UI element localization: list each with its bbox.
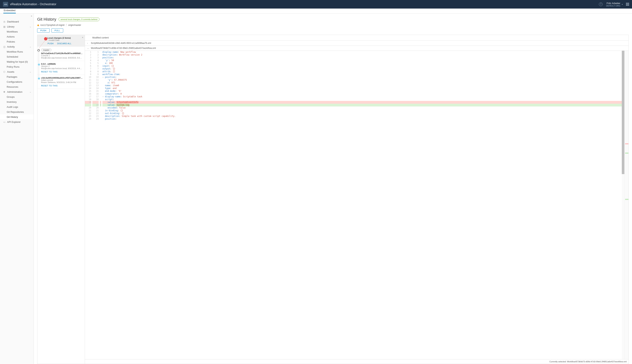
commit-meta: Rosen Stefanov, 9/3/2019, 3:49:24 PM bbox=[41, 81, 83, 84]
nav-label: Activity bbox=[7, 45, 15, 48]
nav-workflow-runs[interactable]: Workflow Runs bbox=[0, 49, 34, 54]
context-tabs: Embedded bbox=[0, 8, 632, 14]
header-right: ? Fritz Arbeiter DEFAULT-ORG ▾ bbox=[599, 2, 629, 7]
commit-hash: c32c3a305104936ba923cef507a28e23897fd... bbox=[41, 77, 83, 79]
local-push-link[interactable]: PUSH bbox=[48, 42, 54, 44]
status-badge: several local changes, 0 commits behind bbox=[58, 18, 100, 21]
commit-item[interactable]: master 0d7e1a63edc271d4128cf0a387ecd4808… bbox=[37, 47, 85, 61]
commit-dot bbox=[38, 78, 40, 80]
help-icon[interactable]: ? bbox=[599, 2, 603, 6]
branch-tag: master bbox=[41, 48, 52, 52]
local-discard-link[interactable]: DISCARD ALL bbox=[57, 42, 72, 44]
nav-policies[interactable]: Policies bbox=[0, 39, 34, 44]
main-content: Git History several local changes, 0 com… bbox=[34, 14, 632, 364]
page-title: Git History bbox=[37, 17, 56, 22]
apps-launcher-icon[interactable] bbox=[626, 3, 629, 6]
nav-git-repos[interactable]: Git Repositories bbox=[0, 110, 34, 114]
user-menu[interactable]: Fritz Arbeiter DEFAULT-ORG ▾ bbox=[606, 2, 623, 7]
git-icon: ◆ bbox=[37, 24, 39, 26]
chevron-right-icon: › bbox=[87, 42, 91, 44]
nav-library[interactable]: ▤Library⌄ bbox=[0, 24, 34, 29]
push-button[interactable]: PUSH bbox=[37, 28, 50, 32]
app-header: vm vRealize Automation - Orchestrator ? … bbox=[0, 0, 632, 8]
reset-link[interactable]: RESET TO THIS bbox=[41, 70, 58, 73]
nav-assets[interactable]: ⬡Assets⌄ bbox=[0, 69, 34, 74]
diff-footer: Currently selected: Workflow/673b9d73-d0… bbox=[85, 359, 628, 364]
local-changes-title: Local changes (2 items) bbox=[48, 37, 83, 39]
file-row-collapsed[interactable]: › ScriptModule/ee6342b8-c0b0-4d45-9933-e… bbox=[85, 41, 628, 46]
chevron-down-icon: ▾ bbox=[622, 3, 623, 6]
repo-name: ros117/prophet-of-regret bbox=[40, 24, 64, 26]
sidebar: « ◷Dashboard ▤Library⌄ Workflows Actions… bbox=[0, 14, 34, 364]
vmware-logo: vm bbox=[3, 2, 8, 7]
user-name: Fritz Arbeiter bbox=[606, 2, 620, 5]
dashboard-icon: ◷ bbox=[3, 20, 6, 23]
history-collapse-icon[interactable]: « bbox=[82, 36, 83, 39]
nav-packages[interactable]: Packages bbox=[0, 74, 34, 79]
nav-activity[interactable]: ◫Activity⌄ bbox=[0, 44, 34, 49]
app-title: vRealize Automation - Orchestrator bbox=[10, 2, 599, 6]
nav-policy-runs[interactable]: Policy Runs bbox=[0, 64, 34, 69]
diff-body[interactable]: 1234567891011121314151617181920212223241… bbox=[85, 51, 628, 359]
diff-panel: Modified content › ScriptModule/ee6342b8… bbox=[85, 35, 628, 364]
commit-message: Initial commit bbox=[41, 79, 83, 81]
local-changes-item[interactable]: Local changes (2 items) , Invalid Date P… bbox=[37, 35, 85, 47]
commit-hash: 0.0.0 - ed98b8b bbox=[41, 63, 83, 65]
nav-label: Administration bbox=[7, 90, 22, 93]
chevron-down-icon: ⌄ bbox=[30, 26, 31, 28]
nav-dashboard[interactable]: ◷Dashboard bbox=[0, 19, 34, 24]
commit-message: Version 2 bbox=[41, 65, 83, 67]
file-row-expanded[interactable]: ⌄ Workflow/673b9d73-d09d-47d3-99e0-2f485… bbox=[85, 46, 628, 51]
nav-groups[interactable]: Groups bbox=[0, 94, 34, 100]
commit-hash: 0d7e1a63edc271d4128cf0a387ecd4808df00... bbox=[41, 52, 83, 54]
file-name: Workflow/673b9d73-d09d-47d3-99e0-2f4851a… bbox=[91, 47, 156, 50]
assets-icon: ⬡ bbox=[3, 70, 6, 73]
nav-label: Library bbox=[7, 25, 14, 28]
commit-item[interactable]: c32c3a305104936ba923cef507a28e23897fd...… bbox=[37, 75, 85, 89]
nav-scheduled[interactable]: Scheduled bbox=[0, 54, 34, 59]
file-name: ScriptModule/ee6342b8-c0b0-4d45-9933-e11… bbox=[91, 42, 151, 44]
nav-api-explorer[interactable]: ▭API Explorer bbox=[0, 120, 34, 124]
reset-link[interactable]: RESET TO THIS bbox=[41, 84, 58, 87]
nav-waiting[interactable]: Waiting for Input (0) bbox=[0, 59, 34, 64]
nav-administration[interactable]: ✥Administration⌄ bbox=[0, 89, 34, 94]
nav-workflows[interactable]: Workflows bbox=[0, 29, 34, 34]
sidebar-collapse-icon[interactable]: « bbox=[31, 15, 32, 17]
history-panel: « Local changes (2 items) , Invalid Date… bbox=[37, 35, 85, 364]
branch-icon: ᚴ bbox=[66, 24, 67, 26]
chevron-down-icon: ⌄ bbox=[30, 46, 31, 48]
nav-label: API Explorer bbox=[7, 120, 21, 124]
activity-icon: ◫ bbox=[3, 46, 6, 48]
commit-meta: fritz@coke.sqa-horizon.local, 9/3/2019, … bbox=[41, 67, 83, 70]
nav-configurations[interactable]: Configurations bbox=[0, 79, 34, 84]
diff-header: Modified content bbox=[85, 35, 628, 41]
tab-embedded[interactable]: Embedded bbox=[3, 8, 16, 14]
user-org: DEFAULT-ORG bbox=[606, 5, 620, 7]
nav-git-history[interactable]: Git History bbox=[0, 114, 34, 120]
admin-icon: ✥ bbox=[3, 91, 6, 93]
pull-button[interactable]: PULL bbox=[52, 28, 63, 32]
chevron-down-icon: ⌄ bbox=[87, 47, 91, 50]
chevron-down-icon: ⌄ bbox=[30, 71, 31, 73]
local-changes-dot bbox=[44, 37, 48, 40]
library-icon: ▤ bbox=[3, 26, 6, 28]
nav-inventory[interactable]: Inventory bbox=[0, 100, 34, 104]
commit-message: Commit 1 bbox=[41, 54, 83, 57]
branch-name: origin/master bbox=[68, 24, 81, 26]
nav-actions[interactable]: Actions bbox=[0, 34, 34, 39]
api-icon: ▭ bbox=[3, 121, 6, 124]
commit-item[interactable]: 0.0.0 - ed98b8b Version 2 fritz@coke.sqa… bbox=[37, 61, 85, 75]
nav-label: Assets bbox=[7, 70, 14, 73]
nav-label: Dashboard bbox=[7, 20, 19, 23]
commit-meta: fritz@coke.sqa-horizon.local, 9/3/2019, … bbox=[41, 57, 83, 59]
chevron-down-icon: ⌄ bbox=[30, 91, 31, 93]
local-changes-date: , Invalid Date bbox=[48, 39, 83, 41]
nav-resources[interactable]: Resources bbox=[0, 84, 34, 89]
nav-audit-logs[interactable]: Audit Logs bbox=[0, 104, 34, 110]
